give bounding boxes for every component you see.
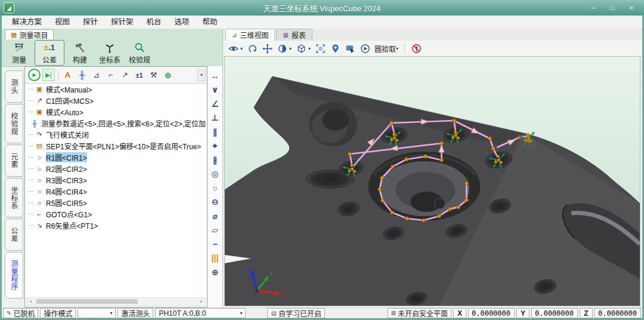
scrollbar-thumb[interactable] [36,299,138,304]
tree-item[interactable]: ⌐ GOTO点<G1> [26,208,206,220]
shading-caret[interactable]: ▾ [289,46,292,51]
operation-mode-select[interactable]: ▾ [78,308,116,318]
runout-icon[interactable]: ⊖ [209,195,222,210]
path-point [380,176,384,180]
location-pin-button[interactable] [330,43,340,54]
tolerance-insert-button[interactable]: ±1 [133,69,145,81]
position-icon[interactable]: ⌖ [209,139,222,153]
side-tab[interactable]: 元素 [5,144,23,177]
tree-item[interactable]: ▤ SEP1安全平面<PLN1>偏移<10>是否启用<True> [26,140,206,152]
tree-item[interactable]: ╫ 测量参数逼近<5>,回退<5>,搜索<6>,定位<2>,定位加<2>,测量 [26,118,206,129]
tree-item[interactable]: ○ R5圆<CIR5> [26,197,206,208]
visibility-button[interactable] [228,43,239,54]
side-tab[interactable]: 测头 [5,70,23,103]
menu-item[interactable]: 机台 [140,16,168,28]
path-point [391,211,394,214]
menu-item[interactable]: 选项 [168,16,196,28]
parallelism-icon[interactable]: ∥ [209,125,222,139]
axis-z-label: Z [246,267,250,273]
circle-feature-icon: ○ [35,177,44,184]
maximize-button[interactable]: □ [605,2,620,13]
measure-project-panel: ▦ 测量项目 测量 ±.1 公差 构建 坐标系 [2,29,222,307]
side-tab[interactable]: 公差 [5,219,23,251]
tolerance-icon-strip: ↔∨∠⊥∥⌖∦◎○⊖⌀▱−|||⊕ [208,66,222,307]
3d-viewport[interactable]: X Y Z [224,56,640,306]
tree-item[interactable]: ○ R2圆<CIR2> [26,163,206,174]
tolerance-button[interactable]: ±.1 公差 [35,40,64,66]
tree-item[interactable]: ↘ R6矢量点<PT1> [26,220,206,231]
tree-item[interactable]: ○ R3圆<CIR3> [26,174,206,186]
gauge-button[interactable]: 校验规 [125,41,154,65]
menu-item[interactable]: 探针架 [104,16,140,28]
coord-x-value: 0.0000000 [468,308,515,318]
tab-measure-project[interactable]: ▦ 测量项目 [5,29,54,39]
coordinate-button[interactable]: ↗ [119,69,131,81]
measure-params-button[interactable]: ╫ [76,69,88,81]
counterbore [309,102,357,146]
path-point [439,141,443,145]
inclination-icon[interactable]: ∦ [209,153,222,167]
shading-mode-button[interactable] [277,43,287,54]
tree-item[interactable]: ○ R4圆<CIR4> [26,186,206,197]
cylindricity-icon[interactable]: ⌀ [209,209,222,223]
circle-feature-icon: ○ [35,154,44,161]
circle-pick-caret[interactable]: ▾ [396,46,398,51]
goto-button[interactable]: ⌐ [104,69,117,81]
perpendicularity-icon[interactable]: ⊥ [209,111,222,125]
zoom-fit-button[interactable] [315,43,326,54]
angle-icon[interactable]: ∠ [209,97,222,111]
construct-insert-button[interactable]: ⚒ [147,69,160,81]
tab-3d-view[interactable]: ⊿ 三维视图 [225,29,275,41]
tab-report[interactable]: ▦ 报表 [276,29,312,41]
menu-item[interactable]: 帮助 [196,16,224,28]
tree-item[interactable]: ▣ 模式<Auto> [26,106,206,118]
distance-icon[interactable]: ↔ [209,69,222,83]
title-bar: ◢ 天准三坐标系统 VispecCube 2024 − □ × [0,0,644,16]
run-button[interactable]: ▶ [28,69,41,81]
construct-button[interactable]: 构建 [66,41,94,65]
roundness-icon[interactable]: ○ [209,181,222,195]
measure-element-button[interactable]: ⊿ [90,69,103,81]
side-tab[interactable]: 校验规 [5,104,23,143]
tree-horizontal-scrollbar[interactable]: ‹ › [26,297,206,306]
tree-item[interactable]: ▣ 模式<Manual> [26,84,206,95]
menu-item[interactable]: 解决方案 [5,16,48,28]
angle-between-icon[interactable]: ∨ [209,83,222,97]
circle-pick-button[interactable]: 圆拾取 ▾ [374,44,398,54]
active-probe-select[interactable]: PH10T A:0,B:0 ▾ [155,308,246,318]
scroll-left-arrow[interactable]: ‹ [27,298,35,305]
params-icon: ╫ [30,120,39,127]
view-toolbar: ▾ ▾ ▾ 圆拾取 ▾ [223,41,642,57]
visibility-caret[interactable]: ▾ [240,46,243,51]
rotate-view-button[interactable] [247,43,258,54]
verify-button[interactable]: ⊕ [162,69,174,81]
label-button[interactable]: A [61,69,74,81]
tree-item[interactable]: ↗ C1回调<MCS> [26,95,206,106]
symmetry-icon[interactable]: ||| [209,251,222,266]
straightness-icon[interactable]: − [209,237,222,251]
step-run-button[interactable]: ▶| [42,69,55,81]
menu-item[interactable]: 探针 [76,16,104,28]
simulate-play-button[interactable] [360,43,370,54]
view-cube-caret[interactable]: ▾ [308,46,311,51]
pan-view-button[interactable] [262,43,273,54]
tolerance-icon: ±.1 [44,42,55,54]
menu-item[interactable]: 视图 [48,16,76,28]
concentricity-icon[interactable]: ◎ [209,167,222,181]
tree-item[interactable]: ↷ 飞行模式关闭 [26,129,206,140]
circle-feature-icon: ○ [35,188,44,195]
measure-button[interactable]: 测量 [5,41,33,65]
view-cursor-button[interactable] [345,43,355,54]
minimize-button[interactable]: − [586,2,601,13]
profile-icon[interactable]: ⊕ [209,265,222,279]
probe-disable-button[interactable] [411,43,422,54]
side-tab[interactable]: 测量程序 [5,252,23,299]
side-tab[interactable]: 坐标系 [5,178,23,217]
scroll-right-arrow[interactable]: › [197,298,205,305]
close-button[interactable]: × [624,2,639,13]
tree-item[interactable]: ○ R1圆<CIR1> [26,152,206,163]
flatness-icon[interactable]: ▱ [209,223,222,238]
coordinate-system-button[interactable]: 坐标系 [95,41,124,65]
toolbar-overflow-button[interactable]: ▾ [197,69,206,81]
view-cube-button[interactable] [296,43,306,54]
